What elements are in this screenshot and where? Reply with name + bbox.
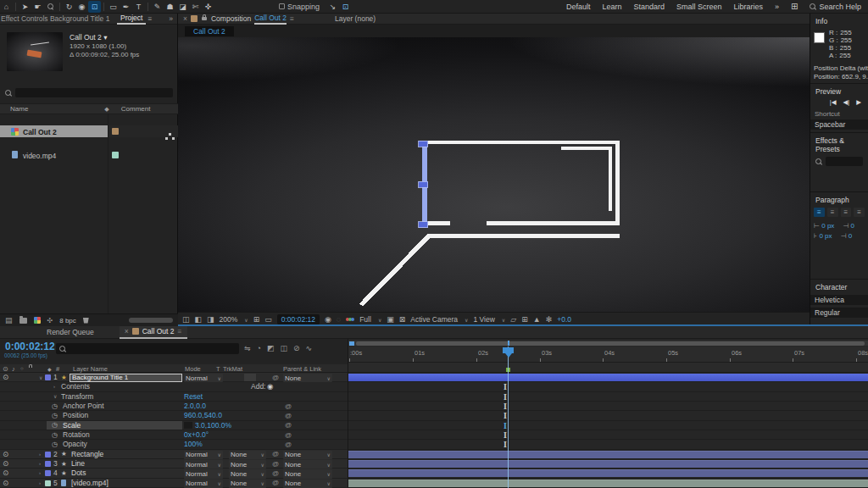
draft-3d-icon[interactable]: ◔: [257, 344, 261, 352]
keyframe-icon-selected[interactable]: I: [504, 421, 507, 430]
keyframe-icon[interactable]: I: [504, 411, 507, 420]
blend-mode-select[interactable]: Normal∨: [184, 480, 223, 488]
timeline-jump-icon[interactable]: ▲: [533, 315, 541, 324]
scrollbar-thumb[interactable]: [129, 318, 173, 323]
chevron-right-icon[interactable]: ›: [39, 459, 41, 468]
label-color-swatch[interactable]: [112, 128, 119, 135]
property-name[interactable]: Opacity: [63, 440, 87, 448]
layer-row-2[interactable]: ⊙ › 2 ★ Rectangle Normal∨ None∨ @ None∨: [0, 450, 348, 459]
trkmat-select[interactable]: None∨: [229, 480, 266, 488]
workspace-learn[interactable]: Learn: [602, 3, 621, 11]
item-name[interactable]: Call Out 2 ▾: [70, 33, 107, 42]
stopwatch-icon[interactable]: ◷: [52, 421, 58, 430]
pan-behind-tool-icon[interactable]: ⊡: [88, 1, 101, 13]
property-row-rotation[interactable]: ◷ Rotation 0x+0.0° @: [0, 430, 348, 440]
chevron-right-icon[interactable]: ›: [53, 382, 55, 391]
label-column-icon[interactable]: ◆: [104, 106, 108, 113]
character-panel-title[interactable]: Character: [810, 280, 868, 293]
visibility-eye-icon[interactable]: ⊙: [3, 373, 8, 381]
project-search-input[interactable]: [15, 88, 173, 97]
indent-right-value[interactable]: 0: [851, 222, 854, 230]
video-column-icon[interactable]: ⊙: [3, 365, 8, 373]
guides-icon[interactable]: ◨: [207, 315, 214, 324]
audio-column-icon[interactable]: ♪: [12, 365, 15, 373]
composition-viewport[interactable]: [178, 37, 810, 312]
blend-mode-select[interactable]: Normal∨: [184, 451, 223, 459]
puppet-pin-tool-icon[interactable]: ✜: [202, 1, 214, 13]
pickwhip-icon[interactable]: @: [285, 430, 292, 439]
panel-menu-icon[interactable]: ≡: [290, 14, 294, 23]
property-row-anchor-point[interactable]: ◷ Anchor Point 2.0,0.0 @: [0, 402, 348, 411]
first-frame-icon[interactable]: |◀: [830, 98, 837, 106]
space-after-value[interactable]: 0: [849, 232, 852, 240]
close-icon[interactable]: ×: [125, 327, 129, 336]
layer-duration-bar[interactable]: [348, 451, 868, 458]
workspace-manager-icon[interactable]: ⊞: [791, 2, 798, 11]
mask-visibility-icon[interactable]: ▭: [264, 315, 272, 324]
tab-render-queue[interactable]: Render Queue: [47, 328, 94, 336]
flowchart-icon[interactable]: ✻: [546, 315, 553, 324]
pickwhip-icon[interactable]: @: [272, 479, 279, 487]
hand-tool-icon[interactable]: ☛: [31, 1, 44, 13]
tab-layer[interactable]: Layer (none): [335, 14, 376, 23]
selection-tool-icon[interactable]: ➤: [19, 1, 31, 13]
stopwatch-icon[interactable]: ◷: [52, 440, 58, 448]
frame-blending-icon[interactable]: ◫: [281, 344, 288, 352]
snapping-checkbox[interactable]: [279, 3, 285, 9]
workspace-overflow-icon[interactable]: »: [775, 3, 779, 11]
trash-icon[interactable]: [83, 318, 89, 324]
tab-effect-controls[interactable]: Effect Controls Background Title 1: [0, 14, 117, 23]
brush-tool-icon[interactable]: ✎: [151, 1, 164, 13]
camera-tool-icon[interactable]: ◉: [75, 1, 88, 13]
layer-name[interactable]: Dots: [71, 469, 86, 477]
playhead-handle[interactable]: [503, 347, 514, 353]
workspace-default[interactable]: Default: [566, 3, 591, 11]
parent-select[interactable]: None∨: [283, 460, 332, 469]
shy-layers-icon[interactable]: ◩: [267, 344, 275, 352]
view-layout-select[interactable]: 1 View: [474, 315, 495, 324]
layer-duration-bar[interactable]: [348, 480, 868, 487]
label-color-swatch[interactable]: [112, 152, 119, 158]
property-row-opacity[interactable]: ◷ Opacity 100% @: [0, 440, 348, 449]
timeline-search[interactable]: [56, 343, 239, 354]
keyframe-icon[interactable]: I: [504, 392, 507, 402]
work-area-band[interactable]: [348, 363, 868, 373]
pickwhip-icon[interactable]: @: [285, 440, 292, 448]
transform-reset[interactable]: Reset: [184, 392, 203, 401]
effects-search[interactable]: [810, 155, 868, 168]
column-trkmat[interactable]: TrkMat: [223, 365, 242, 373]
property-name[interactable]: Rotation: [63, 430, 90, 439]
roto-brush-tool-icon[interactable]: ✄: [189, 1, 202, 13]
parent-select[interactable]: None∨: [283, 451, 332, 459]
parent-select[interactable]: None∨: [283, 480, 332, 488]
layer-duration-bar[interactable]: [348, 374, 868, 381]
keyframe-icon[interactable]: I: [504, 382, 507, 391]
font-style-select[interactable]: Regular: [810, 308, 868, 318]
space-before-value[interactable]: 0 px: [819, 232, 832, 240]
layer-row-5[interactable]: ⊙ › 5 [video.mp4] Normal∨ None∨ @ None∨: [0, 479, 348, 488]
project-search[interactable]: [0, 86, 178, 99]
chevron-down-icon[interactable]: ∨: [53, 392, 57, 401]
layer-row-4[interactable]: ⊙ › 4 ★ Dots Normal∨ None∨ @ None∨: [0, 469, 348, 478]
trkmat-select[interactable]: None∨: [229, 451, 266, 459]
column-parent[interactable]: Parent & Link: [283, 365, 321, 373]
table-row[interactable]: video.mp4: [0, 149, 178, 161]
align-center-icon[interactable]: ≡: [827, 208, 838, 217]
trkmat-select[interactable]: None∨: [229, 469, 266, 478]
project-bit-depth[interactable]: 8 bpc: [59, 317, 76, 324]
transparency-grid-icon[interactable]: ⊠: [399, 315, 406, 324]
contents-row[interactable]: › Contents Add: ◉: [0, 382, 348, 391]
workspace-standard[interactable]: Standard: [633, 3, 665, 11]
layer-duration-bar[interactable]: [348, 460, 868, 468]
parent-select[interactable]: None∨: [283, 469, 332, 478]
visibility-eye-icon[interactable]: ⊙: [3, 459, 8, 468]
type-tool-icon[interactable]: T: [132, 1, 145, 13]
current-timecode[interactable]: 0:00:02:12: [5, 341, 55, 352]
resolution-select[interactable]: Full: [359, 315, 371, 324]
layer-label-swatch[interactable]: [45, 480, 51, 486]
visibility-eye-icon[interactable]: ⊙: [3, 450, 8, 458]
info-panel-title[interactable]: Info: [810, 14, 868, 27]
interpret-footage-icon[interactable]: ▤: [5, 316, 13, 324]
pickwhip-icon[interactable]: @: [285, 411, 292, 419]
region-of-interest-icon[interactable]: ▣: [387, 315, 394, 324]
